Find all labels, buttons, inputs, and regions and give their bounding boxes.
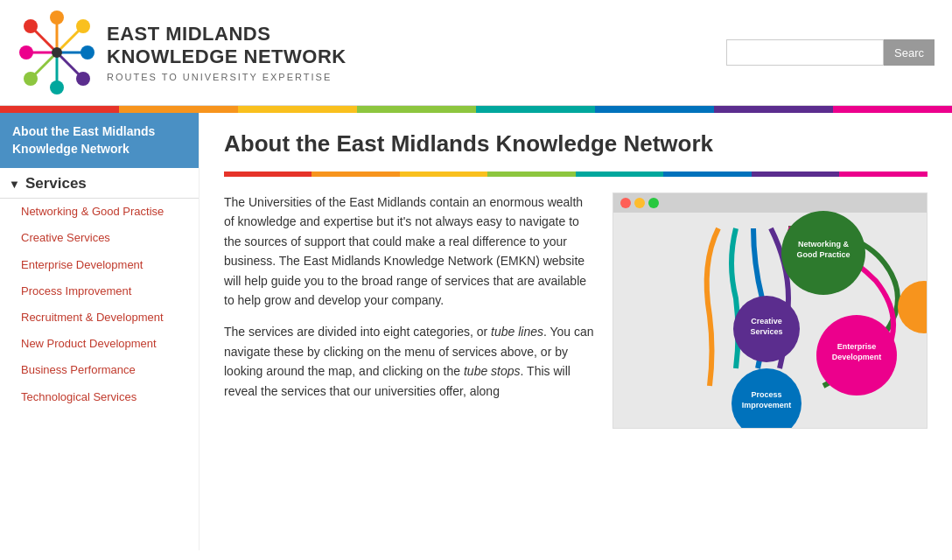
search-input[interactable] bbox=[726, 39, 884, 66]
svg-text:Improvement: Improvement bbox=[742, 401, 792, 410]
logo-subtitle: ROUTES TO UNIVERSITY EXPERTISE bbox=[107, 72, 346, 82]
svg-point-11 bbox=[19, 46, 33, 60]
content-color-bar bbox=[224, 172, 928, 177]
svg-point-21 bbox=[648, 198, 659, 208]
sidebar-item-process[interactable]: Process Improvement bbox=[0, 278, 199, 304]
logo-text: EAST MIDLANDS KNOWLEDGE NETWORK ROUTES T… bbox=[107, 23, 346, 83]
page-title: About the East Midlands Knowledge Networ… bbox=[224, 130, 928, 158]
main-layout: About the East Midlands Knowledge Networ… bbox=[0, 113, 952, 550]
rainbow-bar bbox=[0, 106, 952, 113]
svg-point-8 bbox=[24, 19, 38, 33]
sidebar-item-networking[interactable]: Networking & Good Practise bbox=[0, 199, 199, 225]
sidebar-item-creative[interactable]: Creative Services bbox=[0, 225, 199, 251]
svg-text:Creative: Creative bbox=[751, 317, 782, 326]
svg-text:Development: Development bbox=[832, 353, 882, 361]
sidebar-active-item[interactable]: About the East Midlands Knowledge Networ… bbox=[0, 113, 199, 168]
svg-rect-18 bbox=[613, 193, 928, 213]
svg-point-10 bbox=[76, 19, 90, 33]
svg-text:Good Practice: Good Practice bbox=[796, 250, 850, 259]
svg-text:Enterprise: Enterprise bbox=[837, 342, 877, 351]
content-text: The Universities of the East Midlands co… bbox=[224, 192, 595, 429]
logo-title: EAST MIDLANDS KNOWLEDGE NETWORK bbox=[107, 23, 346, 69]
main-content: About the East Midlands Knowledge Networ… bbox=[200, 113, 952, 550]
svg-point-13 bbox=[24, 72, 38, 86]
sidebar-item-business[interactable]: Business Performance bbox=[0, 357, 199, 383]
svg-point-9 bbox=[50, 10, 64, 24]
sidebar-item-recruitment[interactable]: Recruitment & Development bbox=[0, 304, 199, 331]
svg-point-19 bbox=[620, 198, 631, 208]
search-button[interactable]: Searc bbox=[884, 39, 934, 66]
svg-point-20 bbox=[634, 198, 645, 208]
arrow-down-icon: ▼ bbox=[9, 178, 20, 191]
svg-point-16 bbox=[52, 47, 62, 58]
paragraph-2: The services are divided into eight cate… bbox=[224, 322, 595, 401]
paragraph-1: The Universities of the East Midlands co… bbox=[224, 192, 595, 310]
services-label: Services bbox=[25, 175, 87, 192]
tube-map-image[interactable]: Networking & Good Practice Creative Serv… bbox=[612, 192, 928, 429]
sidebar-item-newproduct[interactable]: New Product Development bbox=[0, 331, 199, 357]
svg-point-12 bbox=[80, 46, 94, 60]
sidebar-item-enterprise[interactable]: Enterprise Development bbox=[0, 252, 199, 278]
logo-graphic bbox=[18, 9, 96, 96]
svg-text:Process: Process bbox=[751, 390, 781, 399]
sidebar: About the East Midlands Knowledge Networ… bbox=[0, 113, 200, 550]
svg-point-14 bbox=[50, 80, 64, 94]
sidebar-services-section: ▼ Services bbox=[0, 168, 199, 199]
tube-map-svg: Networking & Good Practice Creative Serv… bbox=[613, 193, 928, 429]
svg-text:Networking &: Networking & bbox=[798, 240, 850, 248]
svg-point-15 bbox=[76, 72, 90, 86]
sidebar-item-technological[interactable]: Technological Services bbox=[0, 384, 199, 410]
search-area: Searc bbox=[726, 39, 934, 66]
content-body: The Universities of the East Midlands co… bbox=[224, 192, 928, 429]
logo-area: EAST MIDLANDS KNOWLEDGE NETWORK ROUTES T… bbox=[18, 9, 346, 96]
svg-text:Services: Services bbox=[750, 327, 782, 336]
site-header: EAST MIDLANDS KNOWLEDGE NETWORK ROUTES T… bbox=[0, 0, 952, 106]
